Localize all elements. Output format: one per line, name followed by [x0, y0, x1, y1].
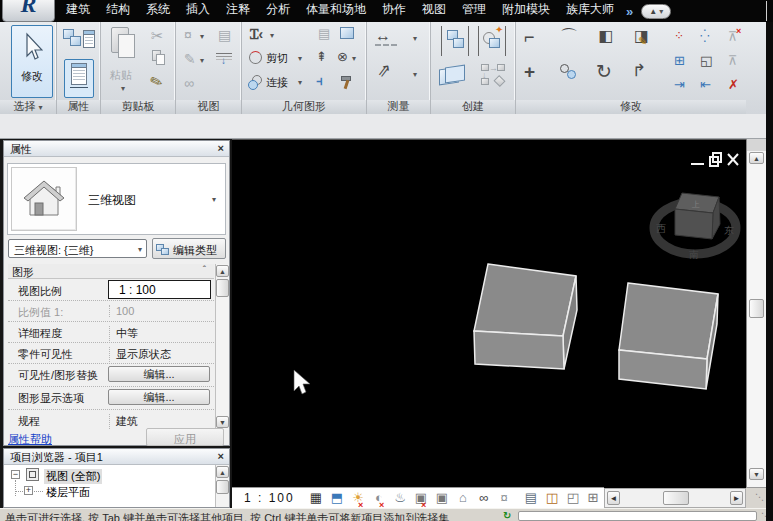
trim-multiple-icon[interactable]: ⇤ [700, 78, 711, 91]
cut-scissors-icon[interactable]: ✂ [151, 28, 164, 43]
split-face-icon[interactable]: ▤ [318, 27, 330, 40]
visibility-edit-button[interactable]: 编辑... [108, 366, 210, 382]
measure-along-icon[interactable]: ⇗ [376, 61, 392, 80]
type-image-button[interactable] [11, 167, 77, 231]
tab-manage[interactable]: 管理 [454, 0, 494, 22]
lightbulb-icon[interactable]: ¤ [184, 28, 192, 42]
application-menu-button[interactable]: R [2, 0, 55, 22]
resize-grip[interactable]: ⋱ [746, 487, 766, 508]
drawing-canvas-svg[interactable]: 上 西 东 南 [232, 140, 746, 488]
tab-systems[interactable]: 系统 [138, 0, 178, 22]
browser-scrollbar[interactable]: ▲ [215, 465, 229, 507]
join-geometry-icon[interactable] [248, 75, 262, 89]
edit-type-button[interactable]: 编辑类型 [152, 238, 226, 259]
constraints-icon[interactable]: ⊞ [584, 490, 602, 507]
mirror-pick-axis-icon[interactable]: ◧ [598, 28, 613, 44]
create-similar-icon[interactable]: ✦ [478, 26, 506, 56]
cope-beam-icon[interactable]: Ɪ‹ [250, 27, 263, 41]
tab-insert[interactable]: 插入 [178, 0, 218, 22]
tab-structure[interactable]: 结构 [98, 0, 138, 22]
tab-addins[interactable]: 附加模块 [494, 0, 558, 22]
properties-close-icon[interactable]: × [218, 142, 224, 154]
modify-button[interactable]: 修改 [11, 25, 53, 98]
unjoin-icon[interactable]: ⊗ [337, 50, 348, 63]
scale-icon[interactable]: ◱ [700, 54, 712, 67]
analytical-model-icon[interactable]: ◫ [543, 490, 561, 507]
cut-geometry-icon[interactable] [249, 51, 262, 64]
displacement-set-icon[interactable]: ◰ [564, 490, 582, 507]
tab-architecture[interactable]: 建筑 [58, 0, 98, 22]
trim-single-icon[interactable]: ⇥ [674, 78, 685, 91]
shadows-icon[interactable]: ◐× [370, 490, 388, 507]
tree-node-views[interactable]: 视图 (全部) [44, 469, 102, 484]
paint-icon[interactable] [340, 27, 354, 39]
properties-palette-button[interactable] [64, 59, 94, 98]
canvas-horizontal-scrollbar[interactable]: ◄ ► [604, 488, 746, 508]
tab-massing-site[interactable]: 体量和场地 [298, 0, 374, 22]
tab-family-master[interactable]: 族库大师 [558, 0, 622, 22]
drawing-area[interactable]: 上 西 东 南 [232, 139, 746, 487]
align-icon[interactable]: ⌐ [524, 28, 535, 46]
sun-path-icon[interactable]: ☀× [349, 490, 367, 507]
crop-view-icon[interactable]: ▣× [412, 490, 430, 507]
thin-lines-icon[interactable]: ↓ [216, 52, 232, 64]
type-selector-combo[interactable]: 三维视图: {三维} ▾ [8, 239, 147, 258]
pin-icon[interactable]: ⊼ [728, 54, 738, 67]
join-label[interactable]: 连接 [266, 75, 288, 90]
demolish-hammer-icon[interactable] [340, 75, 354, 89]
array-icon[interactable]: ⊞ [674, 54, 685, 67]
measure-between-icon[interactable]: ↔ [375, 28, 391, 44]
hidden-elements-glasses-icon[interactable]: ∞ [184, 76, 194, 90]
group-graphics-header[interactable]: 图形 ˆ [8, 264, 214, 279]
linework-pen-icon[interactable]: ✎ [184, 52, 196, 66]
canvas-vertical-scrollbar[interactable]: ▲ ▼ [746, 139, 766, 487]
cut-label[interactable]: 剪切 [266, 51, 288, 66]
project-browser-close-icon[interactable]: × [218, 450, 224, 462]
temporary-view-properties-icon[interactable]: ▤ [522, 490, 540, 507]
tab-overflow-icon[interactable]: » [622, 1, 637, 22]
move-icon[interactable]: + [524, 62, 535, 81]
split-with-gap-icon[interactable]: ⁛ [700, 30, 710, 42]
apply-button[interactable]: 应用 [146, 428, 224, 446]
unlocked-3d-view-icon[interactable]: ⌂ [454, 490, 472, 507]
graphic-display-edit-button[interactable]: 编辑... [108, 389, 210, 405]
type-dropdown-icon[interactable]: ▾ [212, 195, 216, 204]
mass-box-right[interactable] [619, 283, 718, 389]
tab-collaborate[interactable]: 协作 [374, 0, 414, 22]
trim-extend-corner-icon[interactable]: ↱ [632, 62, 646, 79]
properties-help-link[interactable]: 属性帮助 [8, 432, 52, 447]
tree-expand-box[interactable]: + [24, 486, 33, 495]
unpin-icon[interactable]: ⊼× [728, 30, 738, 43]
tree-collapse-box[interactable]: − [11, 470, 20, 479]
paste-button[interactable] [111, 27, 137, 65]
tab-view[interactable]: 视图 [414, 0, 454, 22]
create-parts-icon[interactable] [439, 62, 471, 90]
delete-icon[interactable]: ✗ [728, 78, 739, 91]
panel-select-label[interactable]: 选择 ▾ [0, 100, 56, 114]
match-type-brush-icon[interactable]: ✎ [148, 72, 165, 90]
status-filter-field[interactable] [518, 511, 757, 521]
scale-control[interactable]: 1 : 100 [244, 491, 295, 505]
tab-annotate[interactable]: 注释 [218, 0, 258, 22]
mass-box-left[interactable] [474, 264, 577, 369]
beam-end-cut-icon[interactable]: ⫞ [316, 74, 323, 87]
tree-node-floor-plans[interactable]: 楼层平面 [46, 485, 90, 500]
create-group-icon[interactable] [441, 26, 469, 56]
offset-icon[interactable]: ⌒ [560, 28, 578, 46]
show-crop-region-icon[interactable]: ▣ [433, 490, 451, 507]
properties-scrollbar[interactable]: ▲ ▼ [215, 264, 229, 430]
wall-joins-icon[interactable]: ⇞ [316, 50, 327, 63]
hide-category-icon[interactable]: ▤ [218, 28, 231, 42]
temporary-hide-isolate-icon[interactable]: ∞ [475, 490, 493, 507]
visual-style-icon[interactable]: ⬒ [328, 490, 346, 507]
type-properties-button[interactable] [61, 26, 97, 55]
detail-level-icon[interactable]: ▦ [307, 490, 325, 507]
render-icon[interactable]: ♨ [391, 490, 409, 507]
reveal-hidden-elements-icon[interactable]: ¤ [495, 490, 513, 507]
tab-analyze[interactable]: 分析 [258, 0, 298, 22]
view-scale-value-cell[interactable]: 1 : 100 [108, 280, 211, 299]
split-element-icon[interactable]: ⁘ [674, 30, 684, 42]
create-assembly-icon[interactable]: → ↓ [481, 64, 507, 88]
ribbon-minimize-toggle[interactable]: ▲ ▾ [641, 4, 671, 19]
rotate-icon[interactable]: ↻ [596, 62, 612, 81]
